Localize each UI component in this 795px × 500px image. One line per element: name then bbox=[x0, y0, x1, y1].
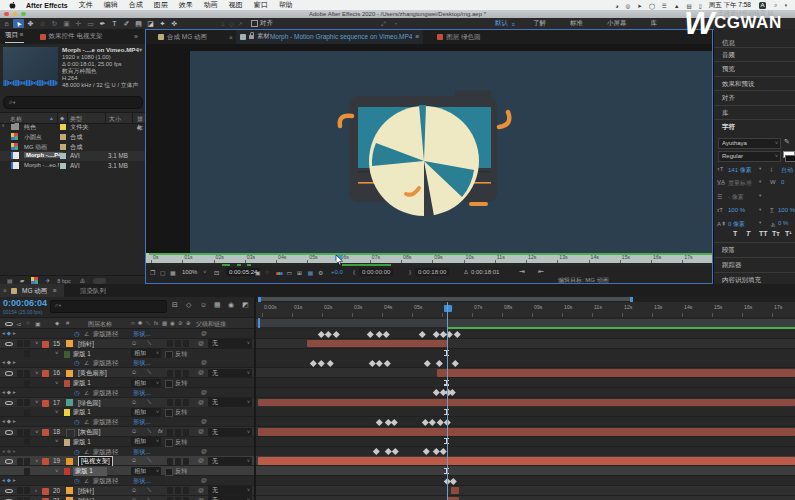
status-icon-6[interactable]: ▤ bbox=[686, 3, 691, 9]
layer-row-16[interactable]: ˅16[黄色扇形]☺⟍@无˅ bbox=[0, 368, 256, 378]
layer-label-chip[interactable] bbox=[42, 429, 49, 436]
clone-stamp-tool[interactable]: ▤ bbox=[133, 19, 144, 28]
ghost-icon[interactable]: ◌ bbox=[266, 269, 270, 275]
timeline-search-input[interactable]: ⌕▾ bbox=[50, 300, 167, 313]
layer-visibility-eye-icon[interactable] bbox=[5, 489, 13, 494]
sidebar-panel-跟踪器[interactable]: 跟踪器 bbox=[714, 257, 795, 272]
stopwatch-icon[interactable]: ◷ bbox=[74, 448, 80, 456]
viewer-time-ruler[interactable]: 0s01s02s03s04s05s06s07s08s09s10s11s12s13… bbox=[146, 253, 712, 263]
keyframe-diamond[interactable] bbox=[318, 331, 324, 337]
prop-track-row[interactable] bbox=[256, 329, 795, 339]
layer-visibility-eye-icon[interactable] bbox=[5, 401, 13, 406]
mask-name[interactable]: 蒙版 1 bbox=[73, 379, 91, 388]
input-source-icon[interactable]: A bbox=[759, 2, 766, 9]
mask-expander-icon[interactable]: ˅ bbox=[55, 350, 59, 356]
snap-checkbox[interactable] bbox=[251, 20, 258, 27]
status-icon-7[interactable]: ▯ bbox=[699, 3, 702, 9]
safe-frames-icon[interactable]: ⊡ bbox=[214, 269, 219, 277]
layer-duration-bar[interactable] bbox=[258, 399, 795, 407]
shy-switch-icon[interactable]: ☺ bbox=[131, 399, 137, 405]
mask-invert-checkbox[interactable] bbox=[165, 380, 173, 388]
roto-brush-tool[interactable]: ✦ bbox=[157, 19, 168, 28]
keyframe-diamond[interactable] bbox=[376, 331, 382, 337]
mask-expander-icon[interactable]: ˅ bbox=[55, 409, 59, 415]
mask-name[interactable]: 蒙版 1 bbox=[73, 350, 91, 359]
keyframe-navigator[interactable]: ◂◆▸ bbox=[2, 389, 17, 395]
keyframe-diamond[interactable] bbox=[437, 419, 443, 425]
prop-track-row[interactable] bbox=[256, 476, 795, 486]
gear-icon[interactable]: ⚙ bbox=[318, 269, 323, 276]
label-chip[interactable] bbox=[60, 153, 66, 159]
faux-style-button-0[interactable]: T bbox=[733, 230, 737, 237]
timeline-toggle-icon-4[interactable]: ◉ bbox=[228, 301, 234, 309]
mask-mode-select[interactable]: 相加˅ bbox=[131, 408, 161, 417]
keyframe-diamond[interactable] bbox=[327, 360, 333, 366]
eraser-tool[interactable]: ◪ bbox=[145, 19, 156, 28]
spotlight-icon[interactable]: ⌕ bbox=[774, 2, 777, 9]
magnification-dd-icon[interactable]: ˅ bbox=[203, 269, 207, 275]
sidebar-panel-音频[interactable]: 音频 bbox=[714, 47, 795, 62]
layer-expander-icon[interactable]: ˅ bbox=[35, 340, 39, 346]
sidebar-panel-段落[interactable]: 段落 bbox=[714, 242, 795, 257]
siri-icon[interactable]: ◐ bbox=[784, 2, 788, 8]
keyframe-diamond[interactable] bbox=[383, 331, 389, 337]
quality-switch-icon[interactable]: ⟍ bbox=[147, 340, 151, 347]
stopwatch-icon[interactable]: ◷ bbox=[74, 330, 80, 338]
layer-track-row[interactable] bbox=[256, 368, 795, 378]
trash-icon[interactable]: ♳ bbox=[80, 277, 85, 284]
layer-name[interactable]: [绿色圆] bbox=[78, 399, 100, 408]
layer-color-box[interactable] bbox=[66, 487, 73, 494]
mask-color-chip[interactable] bbox=[64, 351, 70, 358]
layer-row-21[interactable]: ›21[指针]☺⟍@无˅ bbox=[0, 496, 256, 500]
font-style-select-dd-icon[interactable]: ˅ bbox=[775, 152, 778, 161]
label-chip[interactable] bbox=[60, 124, 66, 130]
project-search-input[interactable]: ⌕▾ bbox=[3, 96, 143, 109]
layer-visibility-eye-icon[interactable] bbox=[5, 430, 13, 435]
keyframe-navigator[interactable]: ◂◆▸ bbox=[2, 477, 17, 483]
mask-track-row[interactable] bbox=[256, 437, 795, 447]
workspace-menu-icon[interactable]: ≡ bbox=[512, 21, 515, 27]
property-value-link[interactable]: 形状... bbox=[133, 477, 151, 486]
timeline-toggle-icon-0[interactable]: ⊟ bbox=[172, 301, 178, 309]
sidebar-panel-预览[interactable]: 预览 bbox=[714, 61, 795, 76]
mask-expander-icon[interactable]: ˅ bbox=[55, 468, 59, 474]
sidebar-panel-库[interactable]: 库 bbox=[714, 105, 795, 120]
prop-track-row[interactable] bbox=[256, 447, 795, 457]
layer-row-17[interactable]: ˅17[绿色圆]☺⟍@无˅ bbox=[0, 398, 256, 408]
parent-pickwhip-icon[interactable]: @ bbox=[198, 399, 204, 405]
prop-track-row[interactable] bbox=[256, 417, 795, 427]
layer-color-box[interactable] bbox=[66, 458, 73, 465]
mask-track-row[interactable] bbox=[256, 378, 795, 388]
layer-expander-icon[interactable]: ˅ bbox=[35, 429, 39, 435]
status-icon-5[interactable]: ▲ bbox=[674, 3, 679, 9]
sidebar-panel-对齐[interactable]: 对齐 bbox=[714, 90, 795, 105]
mask-expander-icon[interactable]: ˅ bbox=[55, 438, 59, 444]
fx-switch-icon[interactable]: fx bbox=[158, 428, 163, 434]
hand-tool[interactable]: ✥ bbox=[25, 19, 36, 28]
rgb-channels-icon[interactable] bbox=[276, 270, 283, 276]
layer-row-20[interactable]: ›20[指针]☺⟍@无˅ bbox=[0, 486, 256, 496]
property-name[interactable]: 蒙版路径 bbox=[93, 330, 118, 339]
keyframe-diamond[interactable] bbox=[367, 331, 373, 337]
exposure-value[interactable]: +0.0 bbox=[331, 269, 343, 275]
keyframe-diamond[interactable] bbox=[450, 478, 456, 484]
tab-layer[interactable]: 图层 绿色圆 bbox=[437, 33, 480, 42]
parent-select[interactable]: 无˅ bbox=[208, 496, 252, 500]
property-pickwhip-icon[interactable]: @ bbox=[201, 418, 207, 424]
vertical-scale-value-dd-icon[interactable]: ▾ bbox=[759, 207, 761, 212]
footer-comp-icon[interactable] bbox=[31, 277, 38, 284]
layer-color-box[interactable] bbox=[66, 399, 73, 406]
tab-timeline-comp[interactable]: MG 动画 bbox=[22, 287, 47, 296]
faux-style-button-3[interactable]: Tᴛ bbox=[772, 230, 780, 237]
timeline-toggle-icon-3[interactable]: ▦ bbox=[214, 301, 221, 309]
layer-label-chip[interactable] bbox=[42, 341, 49, 348]
grid-icon[interactable]: ▦ bbox=[308, 269, 314, 276]
keyframe-diamond[interactable] bbox=[384, 360, 390, 366]
property-value-link[interactable]: 形状... bbox=[133, 330, 151, 339]
baseline-shift-value[interactable]: 0 像素 bbox=[728, 220, 745, 229]
keyframe-diamond[interactable] bbox=[333, 331, 339, 337]
tracking-value[interactable]: 0 bbox=[781, 179, 784, 185]
font-family-select[interactable]: Ayuthaya˅ bbox=[718, 138, 781, 149]
property-value-link[interactable]: 形状... bbox=[133, 448, 151, 457]
keyframe-diamond[interactable] bbox=[391, 419, 397, 425]
